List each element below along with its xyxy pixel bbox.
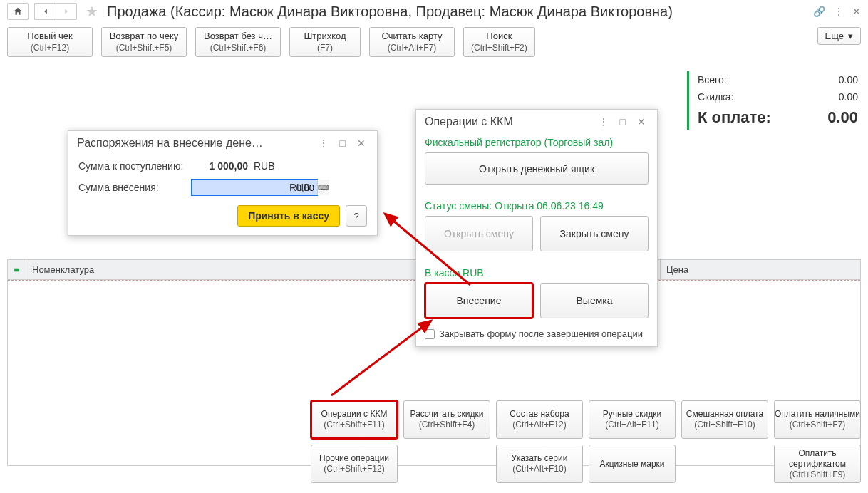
total-label: Всего: (698, 74, 727, 85)
sum-expected-value: 1 000,00 (191, 160, 248, 172)
excise-button[interactable]: Акцизные марки (589, 445, 676, 483)
sum-deposit-currency: RUB (289, 182, 311, 193)
help-button[interactable]: ? (346, 205, 367, 227)
totals-panel: Всего: 0.00 Скидка: 0.00 К оплате: 0.00 (687, 71, 858, 130)
link-icon[interactable]: 🔗 (813, 6, 825, 17)
new-check-button[interactable]: Новый чек (Ctrl+F12) (7, 27, 93, 57)
open-drawer-button[interactable]: Открыть денежный ящик (425, 152, 649, 185)
kkm-popup-title: Операции с ККМ (425, 115, 590, 128)
kkm-close-icon[interactable]: ✕ (634, 116, 649, 128)
deposit-button[interactable]: Внесение (425, 283, 533, 318)
other-ops-button[interactable]: Прочие операции (Ctrl+Shift+F12) (311, 445, 398, 483)
deposit-maximize-icon[interactable]: □ (337, 137, 348, 149)
return-nocheck-button[interactable]: Возврат без ч… (Ctrl+Shift+F6) (195, 27, 281, 57)
window-title: Продажа (Кассир: Масюк Динара Викторовна… (107, 4, 807, 20)
row-icon-col (8, 260, 26, 279)
fiscal-label: Фискальный регистратор (Торговый зал) (425, 137, 649, 148)
nav-forward-button[interactable] (56, 3, 77, 20)
nav-back-button[interactable] (34, 3, 56, 20)
cash-label: В кассе RUB (425, 267, 649, 279)
pay-cash-button[interactable]: Оплатить наличными (Ctrl+Shift+F7) (774, 400, 861, 439)
kkm-kebab-icon[interactable]: ⋮ (596, 116, 611, 128)
calc-discount-button[interactable]: Рассчитать скидки (Ctrl+Shift+F4) (403, 400, 490, 439)
kkm-maximize-icon[interactable]: □ (617, 116, 629, 128)
sum-expected-label: Сумма к поступлению: (78, 160, 185, 172)
chevron-down-icon: ▾ (848, 31, 853, 41)
deposit-kebab-icon[interactable]: ⋮ (316, 137, 331, 149)
series-button[interactable]: Указать серии (Ctrl+Alt+F10) (496, 445, 583, 483)
barcode-button[interactable]: Штрихкод (F7) (289, 27, 361, 57)
set-content-button[interactable]: Состав набора (Ctrl+Alt+F12) (496, 400, 583, 439)
kebab-icon[interactable]: ⋮ (834, 6, 844, 17)
kkm-popup: Операции с ККМ ⋮ □ ✕ Фискальный регистра… (415, 109, 658, 347)
deposit-popup-title: Распоряжения на внесение дене… (77, 137, 310, 150)
sum-deposit-label: Сумма внесения: (78, 182, 185, 193)
deposit-close-icon[interactable]: ✕ (354, 137, 368, 149)
manual-discount-button[interactable]: Ручные скидки (Ctrl+Alt+F11) (589, 400, 676, 439)
home-button[interactable] (7, 3, 29, 20)
discount-label: Скидка: (698, 91, 733, 103)
return-check-button[interactable]: Возврат по чеку (Ctrl+Shift+F5) (101, 27, 187, 57)
pay-label: К оплате: (698, 108, 771, 127)
close-icon[interactable]: ✕ (852, 6, 861, 17)
discount-value: 0.00 (839, 91, 858, 103)
close-after-label: Закрывать форму после завершения операци… (439, 328, 643, 339)
calculator-icon[interactable]: ⌨ (317, 180, 329, 195)
new-check-hint: (Ctrl+F12) (31, 43, 69, 54)
withdraw-button[interactable]: Выемка (540, 283, 649, 318)
new-check-label: Новый чек (27, 31, 72, 43)
svg-rect-0 (14, 268, 19, 271)
read-card-button[interactable]: Считать карту (Ctrl+Alt+F7) (369, 27, 455, 57)
close-shift-button[interactable]: Закрыть смену (540, 216, 649, 251)
col-price[interactable]: Цена (661, 260, 860, 279)
shift-status: Статус смены: Открыта 06.06.23 16:49 (425, 200, 649, 212)
total-value: 0.00 (839, 74, 858, 85)
pay-cert-button[interactable]: Оплатить сертификатом (Ctrl+Shift+F9) (774, 445, 861, 483)
kkm-ops-button[interactable]: Операции с ККМ (Ctrl+Shift+F11) (311, 400, 398, 439)
deposit-popup: Распоряжения на внесение дене… ⋮ □ ✕ Сум… (68, 130, 378, 236)
close-after-checkbox[interactable] (425, 329, 435, 339)
star-icon[interactable]: ★ (86, 3, 98, 20)
open-shift-button[interactable]: Открыть смену (425, 216, 533, 251)
search-button[interactable]: Поиск (Ctrl+Shift+F2) (463, 27, 535, 57)
accept-button[interactable]: Принять в кассу (237, 205, 340, 227)
more-button[interactable]: Еще ▾ (817, 27, 861, 45)
sum-expected-currency: RUB (254, 160, 275, 172)
mixed-pay-button[interactable]: Смешанная оплата (Ctrl+Shift+F10) (681, 400, 768, 439)
pay-value: 0.00 (827, 108, 858, 127)
